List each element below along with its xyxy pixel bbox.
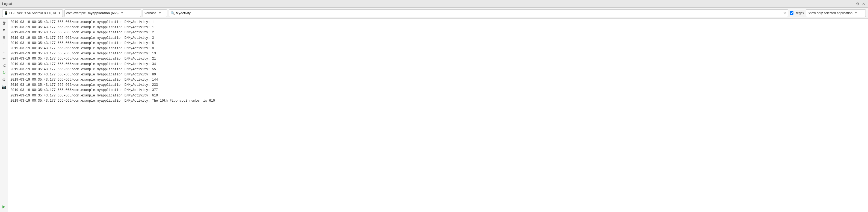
sort-button[interactable]: ⇅	[1, 34, 7, 40]
main-content: 🗑 ▼ ⇅ ↑ ↓ ↩ 🖨 ↻ ⚙ 📷 ▶ 2019-03-19 00:35:4…	[0, 19, 868, 212]
show-only-arrow: ▼	[855, 11, 857, 14]
log-line: 2019-03-19 00:35:43.177 665-665/com.exam…	[10, 67, 866, 72]
refresh-button[interactable]: ↻	[1, 69, 7, 76]
search-input[interactable]	[176, 11, 782, 15]
log-line: 2019-03-19 00:35:43.177 665-665/com.exam…	[10, 83, 866, 88]
delete-button[interactable]: 🗑	[1, 20, 7, 26]
app-name-bold: myapplication	[88, 11, 110, 15]
log-line: 2019-03-19 00:35:43.177 665-665/com.exam…	[10, 93, 866, 98]
settings-button[interactable]: ⚙	[1, 77, 7, 83]
sidebar: 🗑 ▼ ⇅ ↑ ↓ ↩ 🖨 ↻ ⚙ 📷 ▶	[0, 19, 8, 212]
level-selector[interactable]: Verbose ▼	[143, 9, 167, 17]
device-selector[interactable]: 📱 LGE Nexus 5X Android 8.1.0, AI ▼	[2, 9, 63, 17]
regex-label[interactable]: Regex	[790, 11, 804, 15]
log-line: 2019-03-19 00:35:43.177 665-665/com.exam…	[10, 25, 866, 30]
log-line: 2019-03-19 00:35:43.177 665-665/com.exam…	[10, 35, 866, 41]
log-line: 2019-03-19 00:35:43.177 665-665/com.exam…	[10, 88, 866, 93]
device-arrow: ▼	[58, 11, 61, 14]
regex-checkbox[interactable]	[790, 11, 794, 15]
settings-title-btn[interactable]: ⚙	[856, 2, 860, 6]
app-prefix: com.example.	[66, 11, 87, 15]
log-line: 2019-03-19 00:35:43.177 665-665/com.exam…	[10, 51, 866, 56]
app-arrow: ▼	[121, 11, 123, 14]
log-line: 2019-03-19 00:35:43.177 665-665/com.exam…	[10, 30, 866, 35]
log-area[interactable]: 2019-03-19 00:35:43.177 665-665/com.exam…	[8, 19, 868, 212]
log-line: 2019-03-19 00:35:43.177 665-665/com.exam…	[10, 72, 866, 77]
wrap-button[interactable]: ↩	[1, 55, 7, 62]
title-bar-controls: ⚙ ✕	[856, 2, 866, 6]
title-bar: Logcat ⚙ ✕	[0, 0, 868, 8]
search-box: 🔍 ✕	[169, 9, 788, 17]
play-button[interactable]: ▶	[1, 203, 7, 210]
search-icon: 🔍	[171, 11, 175, 15]
regex-text: Regex	[795, 11, 804, 15]
level-label: Verbose	[145, 11, 156, 15]
scroll-down-button[interactable]: ↓	[1, 48, 7, 55]
app-selector[interactable]: com.example.myapplication (665) ▼	[64, 9, 141, 17]
show-only-label: Show only selected application	[808, 11, 852, 15]
log-line: 2019-03-19 00:35:43.177 665-665/com.exam…	[10, 41, 866, 46]
device-label: LGE Nexus 5X Android 8.1.0, AI	[9, 11, 56, 15]
device-icon: 📱	[4, 11, 8, 15]
scroll-up-button[interactable]: ↑	[1, 41, 7, 48]
log-line: 2019-03-19 00:35:43.177 665-665/com.exam…	[10, 46, 866, 51]
show-only-dropdown[interactable]: Show only selected application ▼	[806, 9, 866, 17]
screenshot-button[interactable]: 📷	[1, 84, 7, 90]
print-button[interactable]: 🖨	[1, 62, 7, 69]
log-line: 2019-03-19 00:35:43.177 665-665/com.exam…	[10, 62, 866, 67]
log-line: 2019-03-19 00:35:43.177 665-665/com.exam…	[10, 20, 866, 25]
log-line: 2019-03-19 00:35:43.177 665-665/com.exam…	[10, 56, 866, 61]
log-line: 2019-03-19 00:35:43.177 665-665/com.exam…	[10, 77, 866, 83]
app-suffix: (665)	[111, 11, 119, 15]
level-arrow: ▼	[159, 11, 161, 14]
app-title: Logcat	[2, 2, 12, 6]
sidebar-bottom: ▶	[1, 203, 7, 211]
log-line: 2019-03-19 00:35:43.177 665-665/com.exam…	[10, 98, 866, 103]
close-title-btn[interactable]: ✕	[862, 2, 866, 6]
filter-button[interactable]: ▼	[1, 27, 7, 33]
search-clear-button[interactable]: ✕	[783, 11, 786, 15]
toolbar: 📱 LGE Nexus 5X Android 8.1.0, AI ▼ com.e…	[0, 8, 868, 19]
